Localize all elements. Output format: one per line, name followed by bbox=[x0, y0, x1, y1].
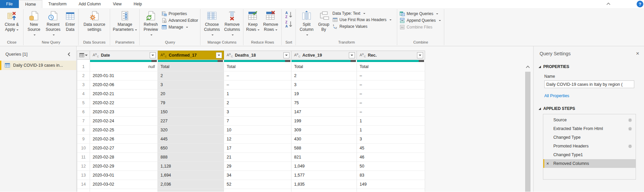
use-first-row-as-headers-button[interactable]: Use First Row as Headers bbox=[332, 17, 395, 22]
enter-data-button[interactable]: Enter Data bbox=[63, 9, 77, 33]
table-cell[interactable]: 2 bbox=[291, 71, 357, 80]
table-cell[interactable]: – bbox=[357, 99, 425, 108]
merge-queries-button[interactable]: Merge Queries bbox=[400, 11, 442, 16]
table-cell[interactable]: 309 bbox=[291, 126, 357, 135]
table-cell[interactable]: – bbox=[357, 71, 425, 80]
table-cell[interactable]: 1,694 bbox=[158, 171, 224, 180]
keep-rows-button[interactable]: Keep Rows bbox=[245, 9, 261, 33]
query-list-item[interactable]: Daily COVID-19 cases in... bbox=[0, 61, 76, 70]
remove-columns-button[interactable]: Remove Columns bbox=[222, 9, 242, 38]
column-header-active-19[interactable]: ABCActive_19 bbox=[291, 51, 357, 60]
properties-button[interactable]: Properties bbox=[162, 11, 198, 16]
help-button[interactable]: ? bbox=[637, 1, 643, 7]
table-cell[interactable]: 83 bbox=[357, 171, 425, 180]
table-cell[interactable]: – bbox=[357, 80, 425, 89]
filter-dropdown-button[interactable] bbox=[349, 52, 355, 58]
table-cell[interactable]: 20 bbox=[158, 89, 224, 99]
table-cell[interactable]: 10 bbox=[224, 126, 291, 135]
table-cell[interactable]: 46 bbox=[357, 153, 425, 162]
combine-files-button[interactable]: Combine Files bbox=[400, 24, 442, 30]
close-and-apply-button[interactable]: Close & Apply bbox=[2, 9, 22, 33]
tab-transform[interactable]: Transform bbox=[42, 0, 73, 8]
filter-dropdown-button[interactable] bbox=[283, 52, 289, 58]
table-cell[interactable]: 2,036 bbox=[158, 180, 224, 189]
query-name-input[interactable] bbox=[544, 80, 634, 88]
table-cell[interactable]: 2020-02-27 bbox=[90, 144, 158, 153]
data-type-button[interactable]: Data Type: Text bbox=[332, 11, 395, 16]
table-cell[interactable]: 2020-03-03 bbox=[90, 189, 158, 192]
group-by-button[interactable]: Group By bbox=[316, 9, 331, 33]
table-cell[interactable]: 160 bbox=[357, 189, 425, 192]
table-cell[interactable]: – bbox=[224, 71, 291, 80]
table-cell[interactable]: 75 bbox=[291, 99, 357, 108]
table-cell[interactable]: 2020-02-23 bbox=[90, 108, 158, 117]
table-cell[interactable]: Total bbox=[158, 62, 224, 71]
table-cell[interactable]: 147 bbox=[291, 108, 357, 117]
table-cell[interactable]: 2020-02-26 bbox=[90, 135, 158, 144]
new-source-button[interactable]: New Source bbox=[25, 9, 43, 38]
data-source-settings-button[interactable]: Data source settings bbox=[80, 9, 108, 33]
table-cell[interactable]: – bbox=[357, 89, 425, 99]
gear-icon[interactable] bbox=[628, 118, 632, 122]
table-cell[interactable]: – bbox=[224, 80, 291, 89]
table-cell[interactable]: 79 bbox=[158, 99, 224, 108]
table-cell[interactable]: 3 bbox=[357, 135, 425, 144]
table-cell[interactable]: Total bbox=[224, 62, 291, 71]
table-cell[interactable]: 1 bbox=[357, 126, 425, 135]
table-cell[interactable]: 12 bbox=[224, 135, 291, 144]
column-header-rec[interactable]: ABCRec. bbox=[357, 51, 425, 60]
tab-add-column[interactable]: Add Column bbox=[73, 0, 107, 8]
append-queries-button[interactable]: Append Queries bbox=[400, 18, 442, 23]
table-cell[interactable]: 3 bbox=[224, 108, 291, 117]
filter-dropdown-button[interactable] bbox=[150, 52, 156, 58]
table-cell[interactable]: 888 bbox=[158, 153, 224, 162]
applied-step-changed-type[interactable]: Changed Type bbox=[543, 133, 636, 142]
table-cell[interactable]: 50 bbox=[357, 162, 425, 171]
table-cell[interactable]: 150 bbox=[158, 108, 224, 117]
split-column-button[interactable]: Split Column bbox=[297, 9, 316, 38]
sort-descending-button[interactable]: ZA bbox=[285, 20, 293, 28]
applied-steps-section-header[interactable]: APPLIED STEPS bbox=[534, 106, 644, 111]
applied-step-extracted-table-from-html[interactable]: Extracted Table From Html bbox=[543, 124, 636, 133]
table-cell[interactable]: 1,128 bbox=[158, 162, 224, 171]
applied-step-promoted-headers[interactable]: Promoted Headers bbox=[543, 142, 636, 150]
gear-icon[interactable] bbox=[628, 144, 632, 148]
column-header-deaths-18[interactable]: ABCDeaths_18 bbox=[224, 51, 291, 60]
collapse-ribbon-button[interactable] bbox=[606, 2, 611, 6]
table-cell[interactable]: 2020-02-29 bbox=[90, 162, 158, 171]
applied-step-removed-columns[interactable]: ×Removed Columns bbox=[543, 159, 636, 168]
all-properties-link[interactable]: All Properties bbox=[544, 93, 644, 98]
tab-view[interactable]: View bbox=[107, 0, 128, 8]
column-header-confirmed-17[interactable]: ABCConfirmed_17 bbox=[158, 51, 224, 60]
table-cell[interactable]: 1,835 bbox=[291, 180, 357, 189]
manage-button[interactable]: Manage bbox=[162, 24, 198, 30]
filter-dropdown-button[interactable] bbox=[216, 52, 222, 58]
table-cell[interactable]: 2 bbox=[158, 71, 224, 80]
vertical-scrollbar[interactable] bbox=[524, 64, 531, 192]
table-cell[interactable]: 2 bbox=[224, 99, 291, 108]
table-cell[interactable]: Total bbox=[291, 62, 357, 71]
tab-help[interactable]: Help bbox=[128, 0, 148, 8]
table-cell[interactable]: 34 bbox=[224, 171, 291, 180]
table-cell[interactable]: 199 bbox=[291, 117, 357, 126]
scroll-up-button[interactable] bbox=[524, 64, 531, 70]
recent-sources-button[interactable]: Recent Sources bbox=[43, 9, 63, 38]
gear-icon[interactable] bbox=[628, 127, 632, 131]
applied-step-changed-type1[interactable]: Changed Type1 bbox=[543, 150, 636, 159]
tab-home[interactable]: Home bbox=[19, 0, 42, 8]
table-cell[interactable]: 149 bbox=[357, 180, 425, 189]
table-cell[interactable]: 445 bbox=[158, 135, 224, 144]
table-cell[interactable]: 7 bbox=[224, 117, 291, 126]
remove-rows-button[interactable]: Remove Rows bbox=[261, 9, 280, 33]
table-cell[interactable]: 320 bbox=[158, 126, 224, 135]
filter-dropdown-button[interactable] bbox=[417, 52, 423, 58]
table-cell[interactable]: 45 bbox=[357, 144, 425, 153]
table-cell[interactable]: 52 bbox=[224, 180, 291, 189]
table-cell[interactable]: 29 bbox=[224, 162, 291, 171]
table-cell[interactable]: 2020-02-24 bbox=[90, 117, 158, 126]
select-all-corner-button[interactable] bbox=[77, 51, 90, 60]
table-cell[interactable]: 227 bbox=[158, 117, 224, 126]
table-cell[interactable]: 588 bbox=[291, 144, 357, 153]
table-cell[interactable]: 17 bbox=[224, 144, 291, 153]
table-cell[interactable]: 1,049 bbox=[291, 162, 357, 171]
